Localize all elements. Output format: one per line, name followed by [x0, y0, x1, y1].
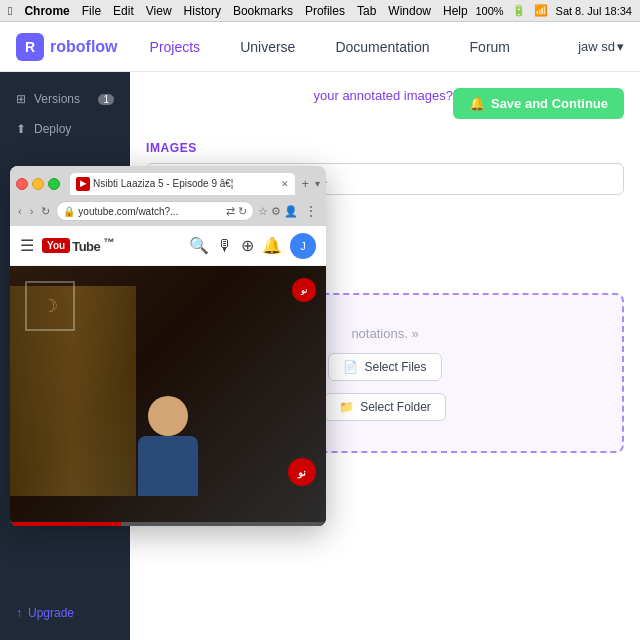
rf-logo-icon: R	[16, 33, 44, 61]
user-menu[interactable]: jaw sd ▾	[578, 39, 624, 54]
yt-person-body	[138, 436, 198, 496]
apple-menu[interactable]: 	[8, 4, 12, 18]
versions-badge: 1	[98, 94, 114, 105]
profiles-menu[interactable]: Profiles	[305, 4, 345, 18]
yt-logo-text: Tube ™	[72, 236, 114, 254]
annotated-link[interactable]: your annotated images?	[313, 88, 452, 103]
yt-search-icon[interactable]: 🔍	[189, 236, 209, 255]
history-menu[interactable]: History	[184, 4, 221, 18]
upload-desc-text: notations. »	[351, 326, 418, 341]
yt-mic-icon[interactable]: 🎙	[217, 237, 233, 255]
nav-forum[interactable]: Forum	[462, 35, 518, 59]
folder-icon: 📁	[339, 400, 354, 414]
yt-tl-fullscreen[interactable]	[48, 178, 60, 190]
yt-video-area[interactable]: ☽ نو نو	[10, 266, 326, 526]
yt-watermark-top: نو	[292, 278, 316, 302]
sidebar-deploy-label: Deploy	[34, 122, 71, 136]
rf-nav: R roboflow Projects Universe Documentati…	[0, 22, 640, 72]
bookmarks-menu[interactable]: Bookmarks	[233, 4, 293, 18]
nav-documentation[interactable]: Documentation	[327, 35, 437, 59]
yt-bookmark-btn[interactable]: ☆	[258, 205, 268, 218]
yt-url-text: youtube.com/watch?...	[78, 206, 223, 217]
yt-video-bg: ☽ نو نو	[10, 266, 326, 526]
versions-icon: ⊞	[16, 92, 26, 106]
rf-logo-text[interactable]: roboflow	[50, 38, 118, 56]
menu-bar-left:  Chrome File Edit View History Bookmark…	[8, 4, 468, 18]
yt-trademark: ™	[103, 236, 113, 248]
yt-tl-close[interactable]	[16, 178, 28, 190]
yt-reload-btn[interactable]: ↻	[39, 203, 52, 220]
yt-traffic-lights	[16, 178, 60, 190]
yt-browser-tab[interactable]: ▶ Nsibti Laaziza 5 - Episode 9 â€¦ ✕	[70, 173, 295, 195]
yt-create-icon[interactable]: ⊕	[241, 236, 254, 255]
yt-addr-bar: ‹ › ↻ 🔒 youtube.com/watch?... ⇄ ↻ ☆ ⚙ 👤 …	[10, 196, 326, 226]
yt-hamburger-icon[interactable]: ☰	[20, 236, 34, 255]
yt-tl-minimize[interactable]	[32, 178, 44, 190]
yt-bell-icon[interactable]: 🔔	[262, 236, 282, 255]
yt-url-actions: ⇄ ↻	[226, 205, 247, 218]
battery-icon: 🔋	[512, 4, 526, 17]
yt-tab-dropdown-btn[interactable]: ▾	[315, 178, 320, 189]
yt-forward-btn[interactable]: ›	[28, 203, 36, 219]
yt-tab-close-btn[interactable]: ✕	[281, 179, 289, 189]
yt-translate-btn[interactable]: ⇄	[226, 205, 235, 218]
yt-user-avatar[interactable]: J	[290, 233, 316, 259]
yt-extensions-btn[interactable]: ⚙	[271, 205, 281, 218]
edit-menu[interactable]: Edit	[113, 4, 134, 18]
top-bar: your annotated images? 🔔 Save and Contin…	[146, 88, 624, 119]
yt-person	[138, 396, 198, 496]
wifi-icon: 📶	[534, 4, 548, 17]
yt-logo[interactable]: You Tube ™	[42, 236, 114, 254]
select-files-label: Select Files	[364, 360, 426, 374]
select-folder-label: Select Folder	[360, 400, 431, 414]
yt-lock-icon: 🔒	[63, 206, 75, 217]
upgrade-label: Upgrade	[28, 606, 74, 620]
sidebar-upgrade[interactable]: ↑ Upgrade	[0, 598, 130, 628]
clock: Sat 8. Jul 18:34	[556, 5, 632, 17]
annotated-question: your annotated images?	[313, 88, 452, 119]
nav-projects[interactable]: Projects	[142, 35, 209, 59]
file-icon: 📄	[343, 360, 358, 374]
yt-progress-fill	[10, 522, 121, 526]
save-continue-button[interactable]: 🔔 Save and Continue	[453, 88, 624, 119]
help-menu[interactable]: Help	[443, 4, 468, 18]
yt-more-btn[interactable]: ⋮	[302, 201, 320, 221]
yt-progress-bar[interactable]	[10, 522, 326, 526]
yt-tab-bar: ▶ Nsibti Laaziza 5 - Episode 9 â€¦ ✕ + ▾	[10, 166, 326, 196]
tab-menu[interactable]: Tab	[357, 4, 376, 18]
yt-favicon-text: ▶	[80, 179, 86, 188]
yt-tab-favicon: ▶	[76, 177, 90, 191]
youtube-popup: ▶ Nsibti Laaziza 5 - Episode 9 â€¦ ✕ + ▾…	[10, 166, 326, 526]
yt-person-head	[148, 396, 188, 436]
yt-profile-icon[interactable]: 👤	[284, 205, 298, 218]
select-files-button[interactable]: 📄 Select Files	[328, 353, 441, 381]
yt-refresh-btn[interactable]: ↻	[238, 205, 247, 218]
sidebar-item-versions[interactable]: ⊞ Versions 1	[0, 84, 130, 114]
rf-logo: R roboflow	[16, 33, 118, 61]
chrome-menu[interactable]: Chrome	[24, 4, 69, 18]
yt-browser-chrome: ▶ Nsibti Laaziza 5 - Episode 9 â€¦ ✕ + ▾…	[10, 166, 326, 226]
yt-header-actions: 🔍 🎙 ⊕ 🔔 J	[189, 233, 316, 259]
menu-bar:  Chrome File Edit View History Bookmark…	[0, 0, 640, 22]
yt-header: ☰ You Tube ™ 🔍 🎙 ⊕ 🔔 J	[10, 226, 326, 266]
yt-url-bar[interactable]: 🔒 youtube.com/watch?... ⇄ ↻	[56, 201, 254, 221]
yt-new-tab-btn[interactable]: +	[301, 176, 309, 191]
user-name: jaw sd	[578, 39, 615, 54]
sidebar-item-deploy[interactable]: ⬆ Deploy	[0, 114, 130, 144]
images-title: IMAGES	[146, 141, 624, 155]
yt-back-btn[interactable]: ‹	[16, 203, 24, 219]
yt-wall-decoration: ☽	[25, 281, 75, 331]
yt-tab-title: Nsibti Laaziza 5 - Episode 9 â€¦	[93, 178, 278, 189]
window-menu[interactable]: Window	[388, 4, 431, 18]
rf-nav-right: jaw sd ▾	[578, 39, 624, 54]
view-menu[interactable]: View	[146, 4, 172, 18]
upgrade-icon: ↑	[16, 606, 22, 620]
sidebar-versions-label: Versions	[34, 92, 80, 106]
file-menu[interactable]: File	[82, 4, 101, 18]
menu-bar-right: 100% 🔋 📶 Sat 8. Jul 18:34	[475, 4, 632, 17]
save-continue-label: Save and Continue	[491, 96, 608, 111]
nav-universe[interactable]: Universe	[232, 35, 303, 59]
chevron-down-icon: ▾	[617, 39, 624, 54]
select-folder-button[interactable]: 📁 Select Folder	[324, 393, 446, 421]
bell-icon: 🔔	[469, 96, 485, 111]
